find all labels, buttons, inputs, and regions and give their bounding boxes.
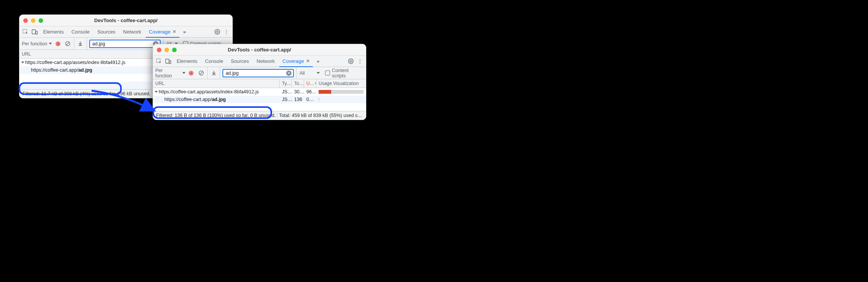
filter-input-field[interactable] <box>92 41 153 47</box>
type-filter-label: All <box>300 70 305 76</box>
tabs-bar: Elements Console Sources Network Coverag… <box>19 26 232 38</box>
svg-rect-8 <box>169 61 171 64</box>
inspect-icon[interactable] <box>155 58 163 65</box>
cell-unused: 0… <box>304 96 316 103</box>
window-minimize-button[interactable] <box>164 48 169 52</box>
svg-rect-7 <box>166 59 169 63</box>
content-scripts-label: Content scripts <box>332 68 364 79</box>
table-row[interactable]: https://coffee-cart.app/assets/index-8bf… <box>153 88 366 96</box>
status-filtered: Filtered: 136 B of 136 B (100%) used so … <box>155 113 277 118</box>
url-text: https://coffee-cart.app/assets/index-8bf… <box>25 60 125 65</box>
granularity-select[interactable]: Per function <box>22 41 52 46</box>
gear-icon[interactable] <box>213 28 221 36</box>
chevron-down-icon <box>49 43 52 45</box>
kebab-menu-icon[interactable]: ⋮ <box>356 58 364 65</box>
tab-console[interactable]: Console <box>68 26 93 38</box>
col-type[interactable]: Ty… <box>280 79 292 88</box>
clear-button[interactable] <box>64 40 72 48</box>
status-filtered: Filtered: 11.7 kB of 308 kB (4%) used so… <box>21 91 152 96</box>
table-header: URL Ty… To… U… Usage Visualization <box>153 79 366 88</box>
tab-coverage[interactable]: Coverage✕ <box>146 26 179 38</box>
tab-network[interactable]: Network <box>254 56 278 67</box>
col-url[interactable]: URL <box>153 79 280 88</box>
svg-line-5 <box>66 42 69 45</box>
cell-viz <box>316 88 366 96</box>
titlebar: DevTools - coffee-cart.app/ <box>19 15 232 26</box>
close-icon[interactable]: ✕ <box>306 58 310 64</box>
disclosure-triangle-icon[interactable] <box>21 62 24 64</box>
tab-elements[interactable]: Elements <box>40 26 67 38</box>
url-text: https://coffee-cart.app/ad.jpg <box>164 97 226 102</box>
kebab-menu-icon[interactable]: ⋮ <box>222 28 230 36</box>
col-viz[interactable]: Usage Visualization <box>316 79 366 88</box>
inspect-icon[interactable] <box>22 28 29 36</box>
close-icon[interactable]: ✕ <box>172 29 176 34</box>
svg-rect-1 <box>32 30 35 34</box>
cell-type: JS… <box>280 88 292 96</box>
tab-elements[interactable]: Elements <box>174 56 200 67</box>
cell-viz <box>316 96 366 103</box>
cell-total: 30… <box>292 88 304 96</box>
device-toolbar-icon[interactable] <box>164 58 172 65</box>
tab-coverage[interactable]: Coverage✕ <box>279 56 312 67</box>
svg-line-11 <box>200 72 203 75</box>
tab-coverage-label: Coverage <box>282 58 304 64</box>
granularity-select[interactable]: Per function <box>155 68 185 79</box>
devtools-window-after: DevTools - coffee-cart.app/ Elements Con… <box>153 44 366 120</box>
cell-total: 136 <box>292 96 304 103</box>
table-row-empty <box>153 103 366 111</box>
status-total: Total: 459 kB of 839 kB (55%) used so fa… <box>277 113 364 118</box>
tab-coverage-label: Coverage <box>149 29 170 35</box>
content-scripts-checkbox[interactable]: Content scripts <box>325 68 364 79</box>
granularity-label: Per function <box>22 41 47 46</box>
svg-point-3 <box>216 31 218 33</box>
device-toolbar-icon[interactable] <box>31 28 39 36</box>
clear-filter-icon[interactable]: ✕ <box>286 70 291 76</box>
titlebar: DevTools - coffee-cart.app/ <box>153 44 366 56</box>
table-row[interactable]: https://coffee-cart.app/ad.jpg JS… 136 0… <box>153 96 366 103</box>
cell-type: JS… <box>280 96 292 103</box>
col-unused[interactable]: U… <box>304 79 316 88</box>
chevron-down-icon <box>317 72 320 74</box>
disclosure-triangle-icon[interactable] <box>155 91 158 93</box>
window-minimize-button[interactable] <box>31 18 35 23</box>
granularity-label: Per function <box>155 68 181 79</box>
url-text: https://coffee-cart.app/assets/index-8bf… <box>159 89 259 95</box>
coverage-toolbar: Per function ✕ All Content scripts <box>153 67 366 79</box>
url-text: https://coffee-cart.app/ad.jpg <box>31 67 92 73</box>
filter-input[interactable]: ✕ <box>89 40 161 48</box>
status-bar: Filtered: 136 B of 136 B (100%) used so … <box>153 111 366 120</box>
coverage-table: https://coffee-cart.app/assets/index-8bf… <box>153 88 366 111</box>
filter-input-field[interactable] <box>225 70 286 76</box>
tab-sources[interactable]: Sources <box>94 26 119 38</box>
export-button[interactable] <box>77 40 84 48</box>
tabs-bar: Elements Console Sources Network Coverag… <box>153 56 366 67</box>
col-total[interactable]: To… <box>292 79 304 88</box>
window-zoom-button[interactable] <box>172 48 177 52</box>
checkbox-icon <box>325 70 330 75</box>
gear-icon[interactable] <box>347 58 354 65</box>
window-close-button[interactable] <box>157 48 161 52</box>
tab-sources[interactable]: Sources <box>228 56 252 67</box>
window-title: DevTools - coffee-cart.app/ <box>19 18 232 23</box>
record-button[interactable] <box>54 40 62 48</box>
tab-network[interactable]: Network <box>120 26 145 38</box>
svg-point-9 <box>350 61 351 62</box>
clear-button[interactable] <box>197 69 205 77</box>
tab-console[interactable]: Console <box>202 56 226 67</box>
export-button[interactable] <box>210 69 217 77</box>
window-title: DevTools - coffee-cart.app/ <box>153 47 366 53</box>
filter-input[interactable]: ✕ <box>222 69 294 77</box>
chevron-down-icon <box>182 72 185 74</box>
cell-unused: 96… <box>304 88 316 96</box>
window-close-button[interactable] <box>23 18 28 23</box>
window-zoom-button[interactable] <box>39 18 43 23</box>
record-button[interactable] <box>188 69 195 77</box>
svg-rect-2 <box>36 31 37 34</box>
type-filter-select[interactable]: All <box>296 67 323 79</box>
more-tabs-icon[interactable]: » <box>314 58 322 65</box>
more-tabs-icon[interactable]: » <box>181 28 188 36</box>
